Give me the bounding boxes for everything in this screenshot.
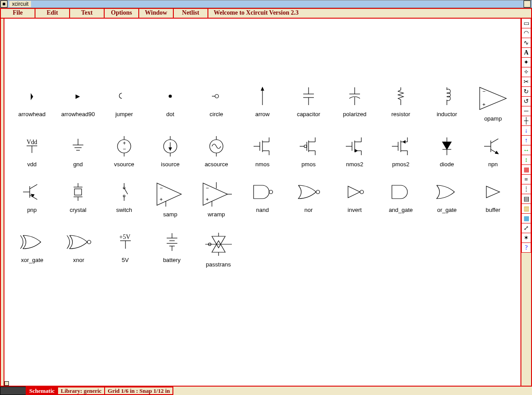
tool-star2[interactable]: ✧ xyxy=(521,67,531,77)
svg-text:+: + xyxy=(482,102,485,108)
lib-label: jumper xyxy=(101,111,147,117)
tool-arrow-lr[interactable]: ↔ xyxy=(521,145,531,155)
menu-netlist[interactable]: Netlist xyxy=(173,8,208,19)
menu-options[interactable]: Options xyxy=(104,8,139,19)
tool-star[interactable]: ✦ xyxy=(521,57,531,67)
status-schematic[interactable]: Schematic xyxy=(26,387,58,395)
lib-item-dot[interactable]: dot xyxy=(147,85,193,122)
tool-scissors[interactable]: ✂ xyxy=(521,77,531,87)
tool-spline[interactable]: ∿ xyxy=(521,38,531,48)
lib-item-pnp[interactable]: pnp xyxy=(9,181,55,218)
lib-item-acsource[interactable]: acsource xyxy=(193,135,239,168)
window-control-icon[interactable] xyxy=(524,0,531,8)
lib-label: arrowhead xyxy=(9,111,55,117)
lib-item-vdd[interactable]: Vddvdd xyxy=(9,135,55,168)
canvas-corner xyxy=(4,381,9,386)
lib-label: passtrans xyxy=(195,261,242,268)
lib-item-npn[interactable]: npn xyxy=(470,135,516,168)
svg-line-70 xyxy=(30,184,37,189)
lib-item-gnd[interactable]: gnd xyxy=(55,135,101,168)
tool-hline[interactable]: ─ xyxy=(521,106,531,116)
tool-expand[interactable]: ⤢ xyxy=(521,223,531,233)
tool-pin[interactable]: ✶ xyxy=(521,233,531,243)
lib-item-opamp[interactable]: −+opamp xyxy=(470,85,516,122)
lib-label: isource xyxy=(147,161,193,168)
window-title: xcircuit xyxy=(9,1,31,7)
menu-text[interactable]: Text xyxy=(69,8,105,19)
lib-item-arrowhead90[interactable]: arrowhead90 xyxy=(55,85,101,122)
lib-item-nand[interactable]: nand xyxy=(239,181,286,218)
tool-lines[interactable]: ≡ xyxy=(521,174,531,184)
welcome-message: Welcome to Xcircuit Version 2.3 xyxy=(208,9,531,18)
tool-arrow-down[interactable]: ↓ xyxy=(521,125,531,136)
lib-item-switch[interactable]: switch xyxy=(101,181,147,218)
lib-item-wramp[interactable]: −+wramp xyxy=(193,181,239,218)
lib-item-resistor[interactable]: resistor xyxy=(378,85,424,122)
lib-item-arrow[interactable]: arrow xyxy=(239,85,286,122)
svg-point-2 xyxy=(215,94,219,98)
tool-rotate-cw[interactable]: ↻ xyxy=(521,86,531,97)
lib-item-passtrans[interactable]: passtrans xyxy=(195,231,242,268)
lib-label: capacitor xyxy=(286,111,332,117)
tool-arrow-ud[interactable]: ↕ xyxy=(521,155,531,165)
menu-file[interactable]: File xyxy=(0,8,35,19)
tool-text-a[interactable]: A xyxy=(521,47,531,58)
svg-text:+: + xyxy=(206,196,209,203)
tool-book2[interactable]: ▥ xyxy=(521,203,531,214)
svg-text:+: + xyxy=(160,196,163,203)
tool-vline[interactable]: ┼ xyxy=(521,116,531,126)
lib-item-and-gate[interactable]: and_gate xyxy=(378,181,424,218)
lib-label: nand xyxy=(239,207,286,213)
tool-arc[interactable]: ◠ xyxy=(521,28,531,38)
lib-label: arrowhead90 xyxy=(55,111,101,117)
svg-text:−: − xyxy=(160,185,163,191)
lib-label: pnp xyxy=(9,207,55,213)
lib-item-or-gate[interactable]: or_gate xyxy=(424,181,470,218)
lib-label: buffer xyxy=(470,207,516,213)
lib-item-vsource[interactable]: +−vsource xyxy=(101,135,147,168)
tool-book1[interactable]: ▤ xyxy=(521,194,531,204)
lib-item-pmos[interactable]: pmos xyxy=(286,135,332,168)
tool-help[interactable]: ? xyxy=(521,242,531,253)
lib-label: arrow xyxy=(239,111,286,117)
lib-item-inductor[interactable]: inductor xyxy=(424,85,470,122)
lib-item-battery[interactable]: battery xyxy=(149,231,195,268)
lib-label: circle xyxy=(193,111,239,117)
lib-item-samp[interactable]: −+samp xyxy=(147,181,193,218)
tool-rect[interactable]: ▭ xyxy=(521,18,531,28)
lib-item-nor[interactable]: nor xyxy=(286,181,332,218)
lib-item-crystal[interactable]: crystal xyxy=(55,181,101,218)
lib-item-xnor[interactable]: xnor xyxy=(55,231,102,268)
lib-item-capacitor[interactable]: capacitor xyxy=(286,85,332,122)
lib-item-nmos2[interactable]: nmos2 xyxy=(332,135,378,168)
tool-colors[interactable]: ▦ xyxy=(521,164,531,175)
lib-label: opamp xyxy=(470,115,516,122)
lib-item-xor-gate[interactable]: xor_gate xyxy=(9,231,55,268)
lib-label: battery xyxy=(149,257,195,263)
svg-point-90 xyxy=(269,190,273,194)
lib-item-polarized[interactable]: polarized xyxy=(332,85,378,122)
lib-item-nmos[interactable]: nmos xyxy=(239,135,286,168)
lib-item-invert[interactable]: invert xyxy=(332,181,378,218)
lib-label: gnd xyxy=(55,161,101,168)
lib-label: nmos xyxy=(239,161,286,168)
tool-book3[interactable]: ▦ xyxy=(521,213,531,223)
lib-item-5V[interactable]: +5V5V xyxy=(102,231,149,268)
menubar: File Edit Text Options Window Netlist We… xyxy=(0,8,532,19)
lib-item-isource[interactable]: isource xyxy=(147,135,193,168)
lib-item-pmos2[interactable]: pmos2 xyxy=(378,135,424,168)
lib-label: 5V xyxy=(102,257,149,263)
canvas[interactable]: arrowheadarrowhead90jumperdotcirclearrow… xyxy=(4,19,521,387)
menu-window[interactable]: Window xyxy=(138,8,174,19)
titlebar: xcircuit xyxy=(0,0,532,8)
window-menu-icon[interactable] xyxy=(0,0,8,8)
tool-dots[interactable]: ⋮ xyxy=(521,184,531,194)
menu-edit[interactable]: Edit xyxy=(35,8,70,19)
lib-item-buffer[interactable]: buffer xyxy=(470,181,516,218)
tool-arrow-up[interactable]: ↑ xyxy=(521,135,531,145)
lib-item-diode[interactable]: diode xyxy=(424,135,470,168)
lib-item-arrowhead[interactable]: arrowhead xyxy=(9,85,55,122)
lib-item-jumper[interactable]: jumper xyxy=(101,85,147,122)
lib-item-circle[interactable]: circle xyxy=(193,85,239,122)
tool-rotate-ccw[interactable]: ↺ xyxy=(521,96,531,106)
